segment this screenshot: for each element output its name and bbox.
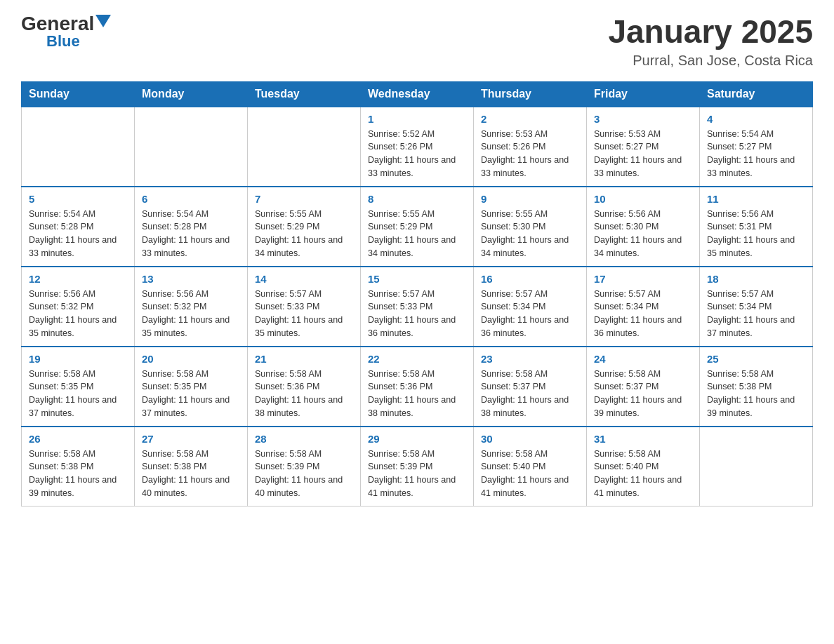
logo: General Blue — [21, 14, 111, 51]
day-number: 31 — [594, 433, 692, 445]
day-info: Sunrise: 5:54 AM Sunset: 5:27 PM Dayligh… — [707, 128, 805, 180]
day-info: Sunrise: 5:55 AM Sunset: 5:29 PM Dayligh… — [368, 208, 466, 260]
logo-triangle-icon — [95, 15, 111, 27]
day-number: 12 — [29, 273, 127, 285]
day-info: Sunrise: 5:54 AM Sunset: 5:28 PM Dayligh… — [142, 208, 240, 260]
title-section: January 2025 Purral, San Jose, Costa Ric… — [608, 14, 813, 69]
calendar-cell: 31Sunrise: 5:58 AM Sunset: 5:40 PM Dayli… — [587, 427, 700, 507]
day-number: 22 — [368, 353, 466, 365]
calendar-table: SundayMondayTuesdayWednesdayThursdayFrid… — [21, 81, 813, 507]
page-header: General Blue January 2025 Purral, San Jo… — [21, 14, 813, 69]
calendar-cell: 15Sunrise: 5:57 AM Sunset: 5:33 PM Dayli… — [361, 267, 474, 347]
day-info: Sunrise: 5:58 AM Sunset: 5:40 PM Dayligh… — [481, 448, 579, 500]
day-info: Sunrise: 5:56 AM Sunset: 5:32 PM Dayligh… — [142, 288, 240, 340]
calendar-cell: 25Sunrise: 5:58 AM Sunset: 5:38 PM Dayli… — [700, 347, 813, 427]
calendar-cell: 27Sunrise: 5:58 AM Sunset: 5:38 PM Dayli… — [135, 427, 248, 507]
day-number: 27 — [142, 433, 240, 445]
calendar-cell: 1Sunrise: 5:52 AM Sunset: 5:26 PM Daylig… — [361, 107, 474, 187]
calendar-cell: 7Sunrise: 5:55 AM Sunset: 5:29 PM Daylig… — [248, 187, 361, 267]
calendar-cell: 30Sunrise: 5:58 AM Sunset: 5:40 PM Dayli… — [474, 427, 587, 507]
calendar-cell: 14Sunrise: 5:57 AM Sunset: 5:33 PM Dayli… — [248, 267, 361, 347]
calendar-week-row: 26Sunrise: 5:58 AM Sunset: 5:38 PM Dayli… — [22, 427, 813, 507]
day-info: Sunrise: 5:58 AM Sunset: 5:38 PM Dayligh… — [142, 448, 240, 500]
day-number: 1 — [368, 113, 466, 125]
day-info: Sunrise: 5:53 AM Sunset: 5:27 PM Dayligh… — [594, 128, 692, 180]
calendar-cell: 2Sunrise: 5:53 AM Sunset: 5:26 PM Daylig… — [474, 107, 587, 187]
calendar-cell: 3Sunrise: 5:53 AM Sunset: 5:27 PM Daylig… — [587, 107, 700, 187]
calendar-week-row: 5Sunrise: 5:54 AM Sunset: 5:28 PM Daylig… — [22, 187, 813, 267]
day-number: 14 — [255, 273, 353, 285]
calendar-cell: 5Sunrise: 5:54 AM Sunset: 5:28 PM Daylig… — [22, 187, 135, 267]
calendar-day-header: Thursday — [474, 81, 587, 107]
calendar-cell: 9Sunrise: 5:55 AM Sunset: 5:30 PM Daylig… — [474, 187, 587, 267]
day-info: Sunrise: 5:55 AM Sunset: 5:30 PM Dayligh… — [481, 208, 579, 260]
calendar-cell: 22Sunrise: 5:58 AM Sunset: 5:36 PM Dayli… — [361, 347, 474, 427]
day-info: Sunrise: 5:53 AM Sunset: 5:26 PM Dayligh… — [481, 128, 579, 180]
day-number: 25 — [707, 353, 805, 365]
logo-general: General — [21, 14, 94, 34]
calendar-cell: 11Sunrise: 5:56 AM Sunset: 5:31 PM Dayli… — [700, 187, 813, 267]
day-info: Sunrise: 5:58 AM Sunset: 5:38 PM Dayligh… — [29, 448, 127, 500]
calendar-cell: 8Sunrise: 5:55 AM Sunset: 5:29 PM Daylig… — [361, 187, 474, 267]
day-info: Sunrise: 5:57 AM Sunset: 5:34 PM Dayligh… — [707, 288, 805, 340]
day-info: Sunrise: 5:58 AM Sunset: 5:35 PM Dayligh… — [29, 368, 127, 420]
day-number: 23 — [481, 353, 579, 365]
day-number: 29 — [368, 433, 466, 445]
day-number: 19 — [29, 353, 127, 365]
day-info: Sunrise: 5:58 AM Sunset: 5:38 PM Dayligh… — [707, 368, 805, 420]
day-number: 9 — [481, 193, 579, 205]
calendar-cell: 17Sunrise: 5:57 AM Sunset: 5:34 PM Dayli… — [587, 267, 700, 347]
day-info: Sunrise: 5:58 AM Sunset: 5:37 PM Dayligh… — [481, 368, 579, 420]
day-info: Sunrise: 5:58 AM Sunset: 5:35 PM Dayligh… — [142, 368, 240, 420]
day-number: 3 — [594, 113, 692, 125]
day-number: 2 — [481, 113, 579, 125]
day-number: 28 — [255, 433, 353, 445]
day-info: Sunrise: 5:56 AM Sunset: 5:30 PM Dayligh… — [594, 208, 692, 260]
calendar-cell: 21Sunrise: 5:58 AM Sunset: 5:36 PM Dayli… — [248, 347, 361, 427]
calendar-day-header: Friday — [587, 81, 700, 107]
calendar-cell: 16Sunrise: 5:57 AM Sunset: 5:34 PM Dayli… — [474, 267, 587, 347]
day-info: Sunrise: 5:52 AM Sunset: 5:26 PM Dayligh… — [368, 128, 466, 180]
day-info: Sunrise: 5:58 AM Sunset: 5:37 PM Dayligh… — [594, 368, 692, 420]
day-number: 6 — [142, 193, 240, 205]
calendar-cell: 28Sunrise: 5:58 AM Sunset: 5:39 PM Dayli… — [248, 427, 361, 507]
svg-marker-0 — [95, 15, 111, 27]
day-number: 7 — [255, 193, 353, 205]
calendar-cell: 12Sunrise: 5:56 AM Sunset: 5:32 PM Dayli… — [22, 267, 135, 347]
calendar-day-header: Saturday — [700, 81, 813, 107]
day-number: 21 — [255, 353, 353, 365]
calendar-cell — [248, 107, 361, 187]
day-info: Sunrise: 5:58 AM Sunset: 5:36 PM Dayligh… — [368, 368, 466, 420]
day-number: 16 — [481, 273, 579, 285]
day-info: Sunrise: 5:57 AM Sunset: 5:34 PM Dayligh… — [594, 288, 692, 340]
day-info: Sunrise: 5:58 AM Sunset: 5:39 PM Dayligh… — [368, 448, 466, 500]
calendar-cell: 6Sunrise: 5:54 AM Sunset: 5:28 PM Daylig… — [135, 187, 248, 267]
calendar-cell: 23Sunrise: 5:58 AM Sunset: 5:37 PM Dayli… — [474, 347, 587, 427]
calendar-cell: 20Sunrise: 5:58 AM Sunset: 5:35 PM Dayli… — [135, 347, 248, 427]
day-info: Sunrise: 5:57 AM Sunset: 5:33 PM Dayligh… — [368, 288, 466, 340]
day-number: 10 — [594, 193, 692, 205]
calendar-day-header: Monday — [135, 81, 248, 107]
day-number: 30 — [481, 433, 579, 445]
day-info: Sunrise: 5:54 AM Sunset: 5:28 PM Dayligh… — [29, 208, 127, 260]
calendar-cell: 29Sunrise: 5:58 AM Sunset: 5:39 PM Dayli… — [361, 427, 474, 507]
day-info: Sunrise: 5:57 AM Sunset: 5:34 PM Dayligh… — [481, 288, 579, 340]
day-info: Sunrise: 5:55 AM Sunset: 5:29 PM Dayligh… — [255, 208, 353, 260]
logo-blue: Blue — [46, 32, 80, 51]
day-info: Sunrise: 5:58 AM Sunset: 5:36 PM Dayligh… — [255, 368, 353, 420]
day-number: 17 — [594, 273, 692, 285]
calendar-day-header: Wednesday — [361, 81, 474, 107]
calendar-day-header: Sunday — [22, 81, 135, 107]
day-info: Sunrise: 5:56 AM Sunset: 5:31 PM Dayligh… — [707, 208, 805, 260]
day-info: Sunrise: 5:56 AM Sunset: 5:32 PM Dayligh… — [29, 288, 127, 340]
calendar-cell — [700, 427, 813, 507]
calendar-cell: 26Sunrise: 5:58 AM Sunset: 5:38 PM Dayli… — [22, 427, 135, 507]
calendar-cell: 18Sunrise: 5:57 AM Sunset: 5:34 PM Dayli… — [700, 267, 813, 347]
calendar-cell — [135, 107, 248, 187]
month-title: January 2025 — [608, 14, 813, 50]
day-number: 24 — [594, 353, 692, 365]
calendar-week-row: 1Sunrise: 5:52 AM Sunset: 5:26 PM Daylig… — [22, 107, 813, 187]
location: Purral, San Jose, Costa Rica — [608, 53, 813, 69]
day-number: 26 — [29, 433, 127, 445]
calendar-cell: 10Sunrise: 5:56 AM Sunset: 5:30 PM Dayli… — [587, 187, 700, 267]
